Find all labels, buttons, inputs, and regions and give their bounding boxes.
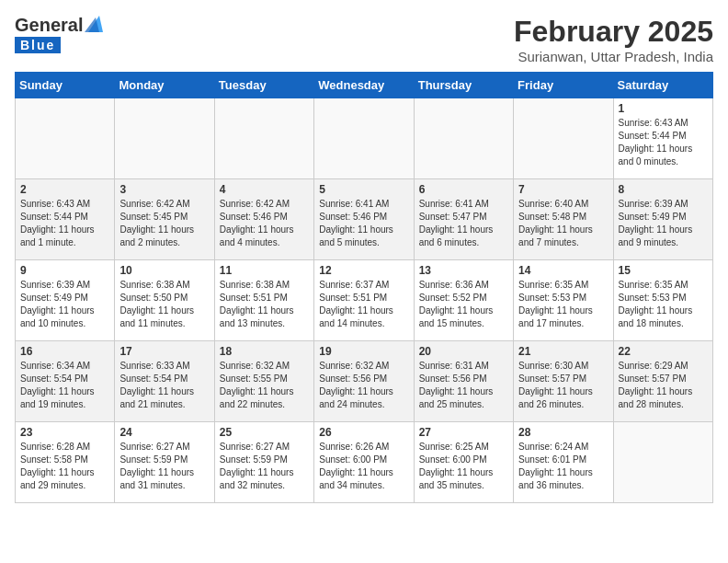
day-number: 23 — [20, 426, 109, 439]
day-number: 5 — [319, 183, 408, 196]
calendar-cell: 25Sunrise: 6:27 AM Sunset: 5:59 PM Dayli… — [214, 422, 313, 503]
day-info: Sunrise: 6:32 AM Sunset: 5:56 PM Dayligh… — [319, 360, 408, 411]
column-header-saturday: Saturday — [613, 73, 712, 98]
day-info: Sunrise: 6:38 AM Sunset: 5:51 PM Dayligh… — [220, 279, 309, 330]
day-info: Sunrise: 6:25 AM Sunset: 6:00 PM Dayligh… — [419, 441, 508, 492]
day-info: Sunrise: 6:43 AM Sunset: 5:44 PM Dayligh… — [20, 198, 109, 249]
calendar-cell: 4Sunrise: 6:42 AM Sunset: 5:46 PM Daylig… — [214, 179, 313, 260]
day-info: Sunrise: 6:27 AM Sunset: 5:59 PM Dayligh… — [119, 441, 209, 492]
calendar-week-row: 23Sunrise: 6:28 AM Sunset: 5:58 PM Dayli… — [16, 422, 713, 503]
calendar-cell: 9Sunrise: 6:39 AM Sunset: 5:49 PM Daylig… — [16, 260, 115, 341]
day-number: 6 — [419, 183, 508, 196]
calendar-cell — [514, 98, 613, 179]
month-year-title: February 2025 — [514, 15, 713, 49]
day-number: 11 — [220, 264, 309, 277]
page-header: General Blue February 2025 Surianwan, Ut… — [15, 15, 713, 64]
calendar-cell: 19Sunrise: 6:32 AM Sunset: 5:56 PM Dayli… — [314, 341, 414, 422]
calendar-cell: 28Sunrise: 6:24 AM Sunset: 6:01 PM Dayli… — [514, 422, 613, 503]
day-info: Sunrise: 6:29 AM Sunset: 5:57 PM Dayligh… — [619, 360, 708, 411]
day-info: Sunrise: 6:42 AM Sunset: 5:46 PM Dayligh… — [220, 198, 309, 249]
calendar-week-row: 16Sunrise: 6:34 AM Sunset: 5:54 PM Dayli… — [16, 341, 713, 422]
calendar-cell — [115, 98, 214, 179]
day-info: Sunrise: 6:27 AM Sunset: 5:59 PM Dayligh… — [220, 441, 309, 492]
calendar-cell: 6Sunrise: 6:41 AM Sunset: 5:47 PM Daylig… — [414, 179, 513, 260]
column-header-thursday: Thursday — [414, 73, 513, 98]
day-number: 7 — [518, 183, 608, 196]
logo-general-text: General — [15, 15, 83, 36]
day-number: 16 — [20, 345, 109, 358]
day-number: 25 — [220, 426, 309, 439]
day-info: Sunrise: 6:35 AM Sunset: 5:53 PM Dayligh… — [619, 279, 708, 330]
calendar-cell: 5Sunrise: 6:41 AM Sunset: 5:46 PM Daylig… — [314, 179, 414, 260]
logo-icon — [85, 14, 103, 34]
day-info: Sunrise: 6:41 AM Sunset: 5:47 PM Dayligh… — [419, 198, 508, 249]
day-number: 26 — [319, 426, 408, 439]
calendar-cell: 1Sunrise: 6:43 AM Sunset: 5:44 PM Daylig… — [613, 98, 712, 179]
day-info: Sunrise: 6:30 AM Sunset: 5:57 PM Dayligh… — [518, 360, 608, 411]
title-section: February 2025 Surianwan, Uttar Pradesh, … — [514, 15, 713, 64]
day-info: Sunrise: 6:39 AM Sunset: 5:49 PM Dayligh… — [619, 198, 708, 249]
calendar-table: SundayMondayTuesdayWednesdayThursdayFrid… — [15, 72, 713, 503]
calendar-cell: 22Sunrise: 6:29 AM Sunset: 5:57 PM Dayli… — [613, 341, 712, 422]
day-number: 13 — [419, 264, 508, 277]
calendar-cell: 26Sunrise: 6:26 AM Sunset: 6:00 PM Dayli… — [314, 422, 414, 503]
calendar-cell: 2Sunrise: 6:43 AM Sunset: 5:44 PM Daylig… — [16, 179, 115, 260]
day-info: Sunrise: 6:35 AM Sunset: 5:53 PM Dayligh… — [518, 279, 608, 330]
day-number: 2 — [20, 183, 109, 196]
calendar-cell: 17Sunrise: 6:33 AM Sunset: 5:54 PM Dayli… — [115, 341, 214, 422]
calendar-cell — [414, 98, 513, 179]
calendar-cell — [214, 98, 313, 179]
day-info: Sunrise: 6:43 AM Sunset: 5:44 PM Dayligh… — [619, 117, 708, 168]
day-info: Sunrise: 6:40 AM Sunset: 5:48 PM Dayligh… — [518, 198, 608, 249]
day-info: Sunrise: 6:37 AM Sunset: 5:51 PM Dayligh… — [319, 279, 408, 330]
calendar-week-row: 2Sunrise: 6:43 AM Sunset: 5:44 PM Daylig… — [16, 179, 713, 260]
day-info: Sunrise: 6:33 AM Sunset: 5:54 PM Dayligh… — [119, 360, 209, 411]
calendar-cell: 27Sunrise: 6:25 AM Sunset: 6:00 PM Dayli… — [414, 422, 513, 503]
day-number: 3 — [119, 183, 209, 196]
day-number: 28 — [518, 426, 608, 439]
calendar-cell: 7Sunrise: 6:40 AM Sunset: 5:48 PM Daylig… — [514, 179, 613, 260]
day-number: 21 — [518, 345, 608, 358]
day-number: 14 — [518, 264, 608, 277]
day-info: Sunrise: 6:39 AM Sunset: 5:49 PM Dayligh… — [20, 279, 109, 330]
day-number: 15 — [619, 264, 708, 277]
location-subtitle: Surianwan, Uttar Pradesh, India — [514, 49, 713, 64]
column-header-sunday: Sunday — [16, 73, 115, 98]
day-number: 19 — [319, 345, 408, 358]
calendar-cell: 10Sunrise: 6:38 AM Sunset: 5:50 PM Dayli… — [115, 260, 214, 341]
calendar-cell: 11Sunrise: 6:38 AM Sunset: 5:51 PM Dayli… — [214, 260, 313, 341]
day-info: Sunrise: 6:36 AM Sunset: 5:52 PM Dayligh… — [419, 279, 508, 330]
calendar-cell: 20Sunrise: 6:31 AM Sunset: 5:56 PM Dayli… — [414, 341, 513, 422]
logo-blue-label: Blue — [15, 37, 61, 53]
day-info: Sunrise: 6:28 AM Sunset: 5:58 PM Dayligh… — [20, 441, 109, 492]
day-info: Sunrise: 6:31 AM Sunset: 5:56 PM Dayligh… — [419, 360, 508, 411]
day-number: 12 — [319, 264, 408, 277]
calendar-cell: 15Sunrise: 6:35 AM Sunset: 5:53 PM Dayli… — [613, 260, 712, 341]
day-info: Sunrise: 6:26 AM Sunset: 6:00 PM Dayligh… — [319, 441, 408, 492]
calendar-cell: 14Sunrise: 6:35 AM Sunset: 5:53 PM Dayli… — [514, 260, 613, 341]
calendar-week-row: 9Sunrise: 6:39 AM Sunset: 5:49 PM Daylig… — [16, 260, 713, 341]
column-header-tuesday: Tuesday — [214, 73, 313, 98]
calendar-cell: 18Sunrise: 6:32 AM Sunset: 5:55 PM Dayli… — [214, 341, 313, 422]
calendar-week-row: 1Sunrise: 6:43 AM Sunset: 5:44 PM Daylig… — [16, 98, 713, 179]
day-number: 1 — [619, 102, 708, 115]
day-info: Sunrise: 6:42 AM Sunset: 5:45 PM Dayligh… — [119, 198, 209, 249]
logo: General Blue — [15, 15, 103, 53]
calendar-cell — [16, 98, 115, 179]
calendar-cell: 13Sunrise: 6:36 AM Sunset: 5:52 PM Dayli… — [414, 260, 513, 341]
calendar-cell: 16Sunrise: 6:34 AM Sunset: 5:54 PM Dayli… — [16, 341, 115, 422]
day-number: 8 — [619, 183, 708, 196]
day-info: Sunrise: 6:38 AM Sunset: 5:50 PM Dayligh… — [119, 279, 209, 330]
column-header-monday: Monday — [115, 73, 214, 98]
day-info: Sunrise: 6:24 AM Sunset: 6:01 PM Dayligh… — [518, 441, 608, 492]
day-number: 22 — [619, 345, 708, 358]
calendar-cell: 8Sunrise: 6:39 AM Sunset: 5:49 PM Daylig… — [613, 179, 712, 260]
calendar-cell — [613, 422, 712, 503]
column-header-wednesday: Wednesday — [314, 73, 414, 98]
day-info: Sunrise: 6:34 AM Sunset: 5:54 PM Dayligh… — [20, 360, 109, 411]
day-info: Sunrise: 6:41 AM Sunset: 5:46 PM Dayligh… — [319, 198, 408, 249]
day-number: 20 — [419, 345, 508, 358]
day-number: 27 — [419, 426, 508, 439]
column-header-friday: Friday — [514, 73, 613, 98]
calendar-cell: 24Sunrise: 6:27 AM Sunset: 5:59 PM Dayli… — [115, 422, 214, 503]
